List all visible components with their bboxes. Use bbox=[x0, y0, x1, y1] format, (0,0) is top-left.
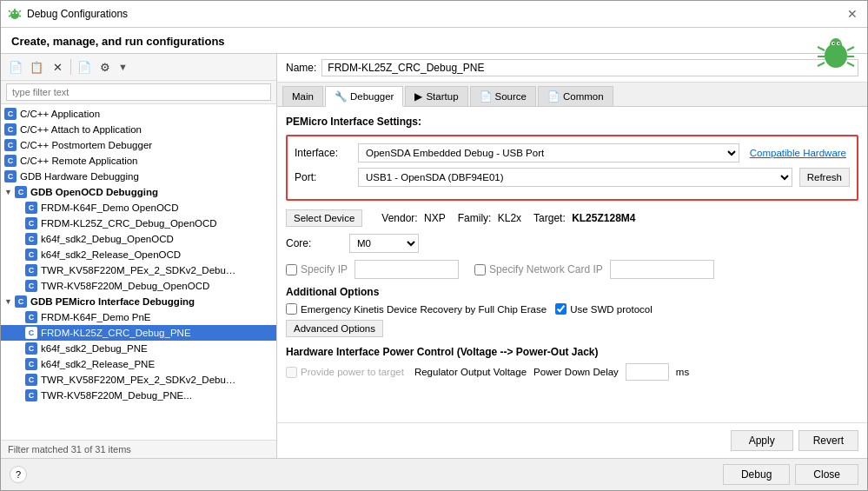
family-value: KL2x bbox=[498, 212, 521, 224]
config-area: PEMicro Interface Settings: Interface: O… bbox=[277, 107, 867, 422]
common-tab-icon: 📄 bbox=[547, 90, 560, 103]
tab-main[interactable]: Main bbox=[282, 86, 323, 106]
section-title: PEMicro Interface Settings: bbox=[286, 116, 858, 128]
config-tree: C C/C++ Application C C/C++ Attach to Ap… bbox=[1, 104, 276, 440]
specify-network-checkbox[interactable] bbox=[474, 264, 486, 275]
power-fields: Regulator Output Voltage Power Down Dela… bbox=[414, 363, 689, 381]
tree-item-k64f-demo-pne[interactable]: C FRDM-K64F_Demo PnE bbox=[1, 309, 276, 325]
power-title: Hardware Interface Power Control (Voltag… bbox=[286, 346, 858, 358]
close-button[interactable]: Close bbox=[795, 464, 858, 485]
debug-configurations-window: Debug Configurations ✕ Create, manage, a… bbox=[0, 0, 868, 491]
select-device-button[interactable]: Select Device bbox=[286, 209, 362, 227]
cpp-icon: C bbox=[25, 358, 37, 370]
tree-item-cpp-remote[interactable]: C C/C++ Remote Application bbox=[1, 153, 276, 169]
apply-button[interactable]: Apply bbox=[731, 430, 793, 451]
filter-button[interactable]: 📄 bbox=[75, 57, 94, 76]
tree-item-k64f-sdk2-debug-openocd[interactable]: C k64f_sdk2_Debug_OpenOCD bbox=[1, 231, 276, 247]
tree-item-k64f-sdk2-release-pne[interactable]: C k64f_sdk2_Release_PNE bbox=[1, 356, 276, 372]
settings-button[interactable]: ⚙ bbox=[96, 57, 115, 76]
startup-tab-icon: ▶ bbox=[414, 90, 422, 103]
tree-item-k64f-sdk2-release-openocd[interactable]: C k64f_sdk2_Release_OpenOCD bbox=[1, 247, 276, 262]
bug-icon bbox=[8, 7, 22, 21]
cpp-icon: C bbox=[4, 170, 17, 182]
cpp-icon: C bbox=[25, 264, 37, 276]
tree-item-twr-kv58-pex-pne[interactable]: C TWR_KV58F220M_PEx_2_SDKv2_Debug_PNE bbox=[1, 372, 276, 388]
svg-point-13 bbox=[838, 43, 840, 44]
cpp-icon: C bbox=[4, 155, 17, 167]
title-bar: Debug Configurations ✕ bbox=[1, 1, 867, 28]
svg-point-2 bbox=[16, 12, 17, 14]
tab-source[interactable]: 📄 Source bbox=[470, 86, 536, 106]
tree-item-cpp-attach[interactable]: C C/C++ Attach to Application bbox=[1, 122, 276, 137]
tree-item-twr-kv58-pex-openocd[interactable]: C TWR_KV58F220M_PEx_2_SDKv2_Debug_Oper..… bbox=[1, 262, 276, 278]
cpp-icon: C bbox=[15, 295, 27, 308]
svg-line-5 bbox=[19, 10, 21, 12]
svg-rect-3 bbox=[14, 9, 16, 11]
window-subtitle: Create, manage, and run configurations bbox=[1, 28, 867, 54]
tree-group-openocd[interactable]: ▼ C GDB OpenOCD Debugging bbox=[1, 184, 276, 200]
target-value: KL25Z128M4 bbox=[572, 212, 635, 224]
tree-item-kl25z-openocd[interactable]: C FRDM-KL25Z_CRC_Debug_OpenOCD bbox=[1, 216, 276, 231]
delete-button[interactable]: ✕ bbox=[48, 57, 67, 76]
interface-select[interactable]: OpenSDA Embedded Debug - USB Port bbox=[358, 143, 739, 163]
tab-common[interactable]: 📄 Common bbox=[538, 86, 613, 106]
cpp-icon: C bbox=[25, 311, 37, 323]
cpp-icon: C bbox=[15, 186, 27, 198]
power-delay-input[interactable] bbox=[626, 363, 669, 381]
use-swd-label: Use SWD protocol bbox=[555, 303, 653, 315]
svg-point-12 bbox=[833, 43, 835, 44]
revert-button[interactable]: Revert bbox=[798, 430, 858, 451]
cpp-icon: C bbox=[4, 139, 17, 151]
port-row: Port: USB1 - OpenSDA (DBF94E01) Refresh bbox=[295, 168, 850, 187]
advanced-options-button[interactable]: Advanced Options bbox=[286, 320, 383, 337]
tree-group-pemicro[interactable]: ▼ C GDB PEMicro Interface Debugging bbox=[1, 294, 276, 309]
use-swd-checkbox[interactable] bbox=[555, 303, 567, 315]
tree-item-twr-kv58-debug-openocd[interactable]: C TWR-KV58F220M_Debug_OpenOCD bbox=[1, 278, 276, 294]
cpp-icon: C bbox=[25, 233, 37, 245]
svg-line-16 bbox=[818, 63, 825, 66]
title-bar-left: Debug Configurations bbox=[8, 7, 128, 21]
tab-debugger[interactable]: 🔧 Debugger bbox=[325, 86, 404, 107]
cpp-icon: C bbox=[4, 108, 17, 120]
tree-item-twr-kv58-debug-pne[interactable]: C TWR-KV58F220M_Debug_PNE... bbox=[1, 388, 276, 403]
main-content: 📄 📋 ✕ 📄 ⚙ ▼ C C/C++ Application C bbox=[1, 54, 867, 458]
target-info: Target: KL25Z128M4 bbox=[533, 212, 635, 224]
power-provide-checkbox[interactable] bbox=[286, 367, 297, 378]
svg-line-7 bbox=[19, 16, 21, 17]
power-provide-label: Provide power to target bbox=[286, 367, 404, 378]
specify-ip-checkbox[interactable] bbox=[286, 264, 297, 275]
tree-item-cpp-postmortem[interactable]: C C/C++ Postmortem Debugger bbox=[1, 137, 276, 153]
tab-startup[interactable]: ▶ Startup bbox=[405, 86, 467, 106]
compatible-hardware-button[interactable]: Compatible Hardware bbox=[746, 148, 850, 158]
interface-label: Interface: bbox=[295, 147, 351, 159]
left-toolbar: 📄 📋 ✕ 📄 ⚙ ▼ bbox=[1, 54, 276, 81]
port-select[interactable]: USB1 - OpenSDA (DBF94E01) bbox=[358, 168, 792, 187]
expand-arrow: ▼ bbox=[4, 297, 13, 306]
expand-arrow: ▼ bbox=[4, 188, 13, 196]
tree-item-cpp-app[interactable]: C C/C++ Application bbox=[1, 106, 276, 122]
emergency-checkbox[interactable] bbox=[286, 303, 297, 315]
tree-item-kl25z-pne[interactable]: C FRDM-KL25Z_CRC_Debug_PNE bbox=[1, 325, 276, 341]
svg-line-14 bbox=[818, 47, 825, 50]
tree-item-gdb-hardware[interactable]: C GDB Hardware Debugging bbox=[1, 169, 276, 184]
window-close-button[interactable]: ✕ bbox=[845, 6, 860, 22]
footer-right: Debug Close bbox=[723, 464, 858, 485]
options-row: Emergency Kinetis Device Recovery by Ful… bbox=[286, 303, 858, 315]
tab-common-label: Common bbox=[563, 91, 604, 102]
specify-ip-input[interactable] bbox=[354, 260, 459, 279]
family-label: Family: KL2x bbox=[458, 212, 521, 224]
tab-main-label: Main bbox=[292, 91, 314, 102]
tree-item-k64f-sdk2-debug-pne[interactable]: C k64f_sdk2_Debug_PNE bbox=[1, 341, 276, 356]
name-label: Name: bbox=[286, 62, 316, 74]
config-name-input[interactable] bbox=[321, 59, 858, 76]
port-label: Port: bbox=[295, 171, 351, 183]
debug-button[interactable]: Debug bbox=[723, 464, 790, 485]
duplicate-button[interactable]: 📋 bbox=[27, 57, 46, 76]
new-config-button[interactable]: 📄 bbox=[6, 57, 25, 76]
tree-item-k64f-demo-openocd[interactable]: C FRDM-K64F_Demo OpenOCD bbox=[1, 200, 276, 216]
refresh-button[interactable]: Refresh bbox=[799, 168, 850, 187]
help-button[interactable]: ? bbox=[10, 466, 27, 483]
core-select[interactable]: M0 bbox=[349, 234, 419, 253]
search-input[interactable] bbox=[6, 83, 271, 101]
specify-network-input[interactable] bbox=[610, 260, 714, 279]
